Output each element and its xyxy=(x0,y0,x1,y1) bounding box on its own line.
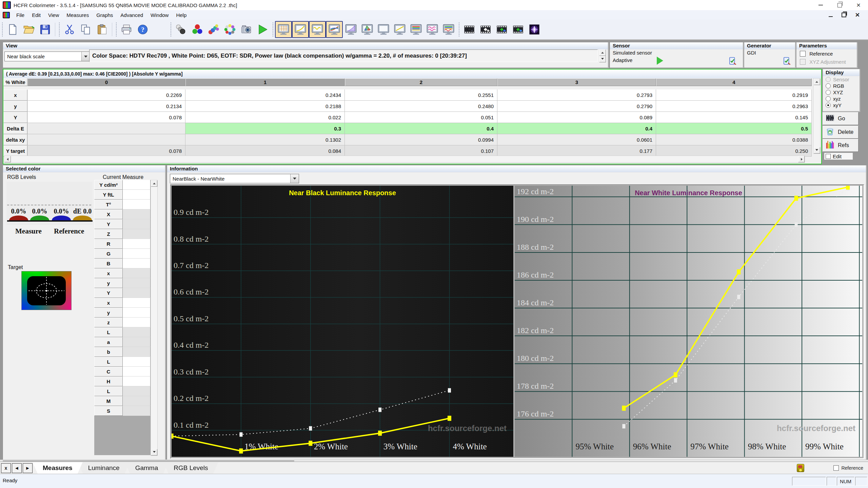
display-option-xyz[interactable]: XYZ xyxy=(823,89,860,96)
menu-item-measures[interactable]: Measures xyxy=(63,11,93,19)
table-cell[interactable]: 0.177 xyxy=(497,145,656,157)
table-cell[interactable]: 0.2480 xyxy=(345,101,497,112)
save-button[interactable] xyxy=(37,21,53,38)
mdi-minimize-button[interactable] xyxy=(829,16,833,17)
menu-item-view[interactable]: View xyxy=(44,11,63,19)
generator-lamp-icon[interactable] xyxy=(797,464,804,472)
tab-luminance[interactable]: Luminance xyxy=(78,462,130,474)
capture-single-measure-button[interactable] xyxy=(238,21,254,38)
tab-scroll-left-button[interactable]: ◄ xyxy=(12,463,22,473)
display-option-xyy[interactable]: xyY xyxy=(823,102,860,108)
measure-row-value[interactable] xyxy=(123,239,151,249)
tab-gamma[interactable]: Gamma xyxy=(125,462,169,474)
tab-measures[interactable]: Measures xyxy=(33,462,83,474)
scale-select[interactable]: Near black scale xyxy=(4,52,90,61)
edit-toggle[interactable]: Edit xyxy=(824,152,853,160)
view-gamma-curve-button[interactable] xyxy=(292,21,309,38)
mdi-close-button[interactable]: ✕ xyxy=(855,12,860,19)
view-violet-curve-button[interactable] xyxy=(343,21,359,38)
paste-button[interactable] xyxy=(94,21,110,38)
open-file-button[interactable] xyxy=(21,21,37,38)
measure-row-value[interactable] xyxy=(123,308,151,318)
new-file-button[interactable] xyxy=(4,21,21,38)
run-continuous-measures-button[interactable] xyxy=(254,21,271,38)
film-color-primary-button[interactable] xyxy=(494,21,510,38)
measure-grayscale-button[interactable] xyxy=(173,21,189,38)
measure-row-value[interactable] xyxy=(123,219,151,229)
table-cell[interactable]: 0.022 xyxy=(185,112,345,123)
measure-row-value[interactable] xyxy=(123,337,151,347)
table-cell[interactable]: 0.2134 xyxy=(27,101,185,112)
measure-row-value[interactable] xyxy=(123,318,151,327)
display-option-xyz[interactable]: xyz xyxy=(823,96,860,102)
tab-scroll-right-button[interactable]: ► xyxy=(23,463,33,473)
table-cell[interactable]: 0.4 xyxy=(497,123,656,134)
table-cell[interactable]: 0.2269 xyxy=(27,89,185,101)
measure-secondaries-button[interactable] xyxy=(205,21,222,38)
view-rgb-curves-button[interactable] xyxy=(326,21,343,38)
refs-button[interactable]: Refs xyxy=(823,139,859,152)
measure-row-value[interactable] xyxy=(123,377,151,386)
table-column-header-4[interactable]: 4 xyxy=(656,78,812,86)
restore-button[interactable] xyxy=(830,0,849,10)
reference-checkbox[interactable] xyxy=(800,51,806,57)
information-view-select[interactable]: NearBlack - NearWhite xyxy=(170,174,299,183)
measure-row-value[interactable] xyxy=(123,396,151,406)
measure-count-spinner[interactable] xyxy=(599,49,606,62)
menu-item-help[interactable]: Help xyxy=(172,11,190,19)
display-option-rgb[interactable]: RGB xyxy=(823,83,860,89)
table-cell[interactable]: 0.078 xyxy=(27,145,185,157)
scroll-right-icon[interactable] xyxy=(798,156,805,162)
table-cell[interactable]: 0.078 xyxy=(27,112,185,123)
table-cell[interactable]: 0.4 xyxy=(345,123,497,134)
measure-row-value[interactable] xyxy=(123,298,151,308)
view-luminance-curve-button[interactable] xyxy=(309,21,326,38)
tab-close-button[interactable]: x xyxy=(1,463,11,473)
measure-row-value[interactable] xyxy=(123,278,151,288)
film-color-secondary-button[interactable] xyxy=(510,21,526,38)
table-column-header-1[interactable]: 1 xyxy=(185,78,345,86)
menu-item-file[interactable]: File xyxy=(13,11,28,19)
table-cell[interactable]: 0.2919 xyxy=(656,89,812,101)
table-cell[interactable] xyxy=(27,123,185,134)
table-vertical-scrollbar[interactable] xyxy=(813,78,821,154)
table-cell[interactable]: 0.2790 xyxy=(497,101,656,112)
reference-checkbox-row[interactable]: Reference xyxy=(800,51,833,57)
menu-item-edit[interactable]: Edit xyxy=(28,11,44,19)
table-cell[interactable]: 0.051 xyxy=(345,112,497,123)
table-cell[interactable]: 0.5 xyxy=(656,123,812,134)
measure-row-value[interactable] xyxy=(123,288,151,298)
measure-primaries-button[interactable] xyxy=(189,21,205,38)
cut-button[interactable] xyxy=(61,21,78,38)
table-cell[interactable] xyxy=(27,134,185,145)
scroll-up-icon[interactable] xyxy=(151,180,157,187)
table-cell[interactable]: 0.2551 xyxy=(345,89,497,101)
measure-table-scrollbar[interactable] xyxy=(151,180,158,456)
table-column-header-0[interactable]: 0 xyxy=(27,78,185,86)
edit-checkbox[interactable] xyxy=(826,154,831,159)
scroll-up-icon[interactable] xyxy=(814,79,820,85)
measure-row-value[interactable] xyxy=(123,209,151,219)
view-magenta-waves-button[interactable] xyxy=(424,21,440,38)
view-stripes-wave-button[interactable] xyxy=(440,21,457,38)
table-cell[interactable]: 0.2188 xyxy=(185,101,345,112)
measure-row-value[interactable] xyxy=(123,259,151,268)
spinner-down-icon[interactable] xyxy=(599,56,606,62)
scroll-left-icon[interactable] xyxy=(4,156,11,162)
measure-row-value[interactable] xyxy=(123,327,151,337)
measure-row-value[interactable] xyxy=(123,367,151,377)
measure-row-value[interactable] xyxy=(123,347,151,357)
galaxy-pattern-button[interactable] xyxy=(526,21,542,38)
go-button[interactable]: Go xyxy=(823,112,859,125)
film-light-button[interactable] xyxy=(477,21,494,38)
film-dark-button[interactable] xyxy=(461,21,477,38)
view-yellow-line-button[interactable] xyxy=(392,21,408,38)
view-cie-gamut-button[interactable] xyxy=(359,21,375,38)
table-cell[interactable]: 0.2434 xyxy=(185,89,345,101)
measure-row-value[interactable] xyxy=(123,386,151,396)
table-column-header-2[interactable]: 2 xyxy=(345,78,497,86)
view-blank-button[interactable] xyxy=(375,21,392,38)
scroll-down-icon[interactable] xyxy=(151,449,157,455)
tab-rgb-levels[interactable]: RGB Levels xyxy=(163,462,218,474)
table-cell[interactable]: 0.084 xyxy=(185,145,345,157)
